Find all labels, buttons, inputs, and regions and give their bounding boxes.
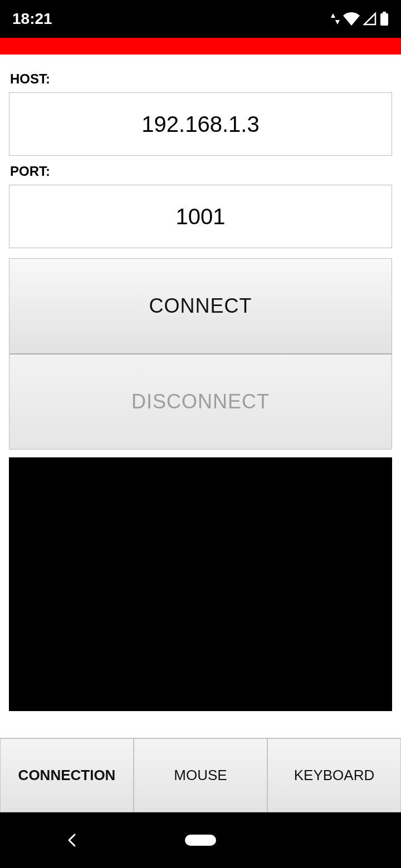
svg-rect-1	[380, 13, 388, 26]
tab-mouse[interactable]: MOUSE	[134, 738, 267, 812]
battery-icon	[380, 12, 389, 26]
wifi-badge: 4	[355, 19, 359, 25]
status-time: 18:21	[12, 10, 52, 28]
port-input[interactable]	[9, 185, 392, 248]
app-accent-bar	[0, 38, 401, 55]
status-bar: 18:21 4	[0, 0, 401, 38]
host-input[interactable]	[9, 92, 392, 156]
wifi-icon: 4	[343, 12, 360, 26]
signal-icon	[363, 12, 376, 26]
host-label: HOST:	[10, 71, 392, 87]
home-indicator[interactable]	[185, 835, 216, 846]
tab-keyboard[interactable]: KEYBOARD	[267, 738, 401, 812]
tab-connection[interactable]: CONNECTION	[0, 738, 134, 812]
svg-rect-0	[383, 12, 386, 13]
console-output	[9, 457, 392, 711]
status-icons: 4	[331, 12, 389, 26]
back-icon[interactable]	[67, 832, 78, 848]
connection-buttons: CONNECT DISCONNECT	[9, 258, 392, 450]
bottom-tab-bar: CONNECTION MOUSE KEYBOARD	[0, 738, 401, 812]
main-content: HOST: PORT: CONNECT DISCONNECT	[0, 55, 401, 720]
data-sync-icon	[331, 12, 340, 26]
system-nav-bar	[0, 812, 401, 868]
connect-button[interactable]: CONNECT	[9, 258, 392, 354]
port-label: PORT:	[10, 164, 392, 179]
disconnect-button[interactable]: DISCONNECT	[9, 354, 392, 450]
